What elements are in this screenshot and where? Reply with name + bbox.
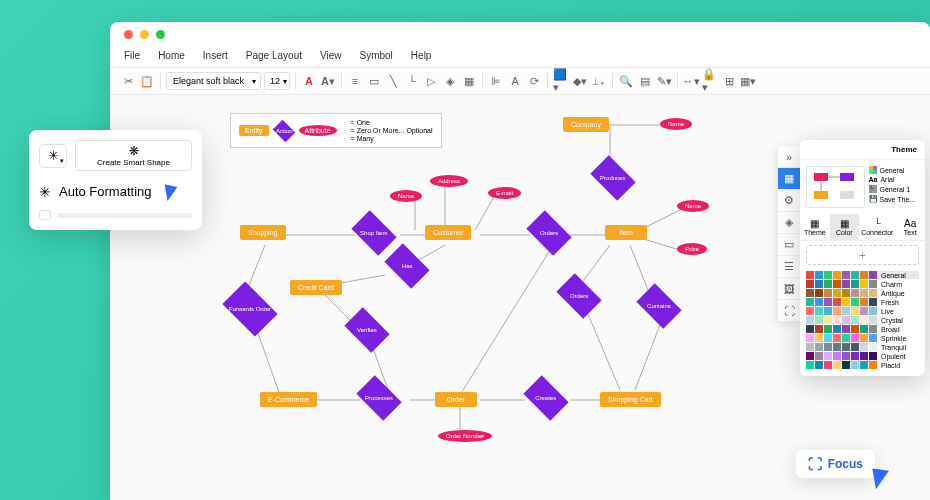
node-name-3[interactable]: Name [677,200,709,212]
minimize-window-button[interactable] [140,30,149,39]
node-shop-item[interactable]: Shop Item [351,210,396,255]
align-left-icon[interactable]: ⊫ [488,73,504,89]
tab-color[interactable]: ▦Color [830,214,860,240]
node-orders-1[interactable]: Orders [526,210,571,255]
spark-button[interactable]: ✳ [39,144,67,168]
shape-fill-icon[interactable]: ◆▾ [572,73,588,89]
node-order-number[interactable]: Order Number [438,430,492,442]
menu-insert[interactable]: Insert [203,50,228,61]
maximize-window-button[interactable] [156,30,165,39]
node-shopping-cart[interactable]: Shopping Cart [600,392,661,407]
theme-option-general[interactable]: General [869,166,920,174]
menu-home[interactable]: Home [158,50,185,61]
fill-icon[interactable]: 🟦▾ [553,73,569,89]
node-forwards[interactable]: Forwards Order [222,281,277,336]
node-shopping[interactable]: Shopping [240,225,286,240]
crop-icon[interactable]: ⟂▾ [591,73,607,89]
svg-line-25 [630,245,650,295]
auto-formatting-slider[interactable] [39,210,192,220]
palette-crystal[interactable]: Crystal [806,316,919,324]
node-address[interactable]: Address [430,175,468,187]
node-order[interactable]: Order [435,392,477,407]
align-icon[interactable]: ≡ [347,73,363,89]
layers-side-icon[interactable]: ◈ [778,212,800,234]
node-customer[interactable]: Customer [425,225,471,240]
node-name-1[interactable]: Name [660,118,692,130]
palette-live[interactable]: Live [806,307,919,315]
paste-icon[interactable]: 📋 [139,73,155,89]
line-tool-icon[interactable]: ╲ [385,73,401,89]
font-size-select[interactable]: 12 [264,72,290,90]
node-ecommerce[interactable]: E-Commerce [260,392,317,407]
node-processes[interactable]: Processes [356,375,401,420]
node-credit-card[interactable]: Credit Card [290,280,342,295]
legend-attribute: Attribute [299,125,337,136]
lock-icon[interactable]: 🔒▾ [702,73,718,89]
menu-page-layout[interactable]: Page Layout [246,50,302,61]
theme-option-general1[interactable]: └General 1 [869,185,920,193]
tab-text[interactable]: AaText [895,214,925,240]
add-theme-button[interactable]: + [806,245,919,265]
text-a-icon[interactable]: A [507,73,523,89]
node-name-2[interactable]: Name [390,190,422,202]
palette-antique[interactable]: Antique [806,289,919,297]
focus-button[interactable]: ⛶ Focus [796,450,875,478]
arrow-select-icon[interactable]: ↔▾ [683,73,699,89]
node-has[interactable]: Has [384,243,429,288]
grid-tool-icon[interactable]: ▦ [778,168,800,190]
layers-icon[interactable]: ◈ [442,73,458,89]
font-color-icon[interactable]: A [301,73,317,89]
node-orders-2[interactable]: Orders [556,273,601,318]
create-smart-shape-button[interactable]: ❋ Create Smart Shape [75,140,192,171]
page-icon[interactable]: ▭ [778,234,800,256]
palette-fresh[interactable]: Fresh [806,298,919,306]
palette-general[interactable]: General [806,271,919,279]
node-contains[interactable]: Contains [636,283,681,328]
palette-sprinkle[interactable]: Sprinkle [806,334,919,342]
theme-option-arial[interactable]: AaArial [869,176,920,183]
slider-knob[interactable] [39,210,51,220]
tab-connector[interactable]: └Connector [859,214,895,240]
menu-help[interactable]: Help [411,50,432,61]
tab-theme[interactable]: ▦Theme [800,214,830,240]
pen-icon[interactable]: ✎▾ [656,73,672,89]
legend: Entity Action Attribute = One = Zero Or … [230,113,442,148]
node-price[interactable]: Price [677,243,707,255]
font-family-select[interactable]: Elegant soft black [166,72,261,90]
node-verifies[interactable]: Verifies [344,307,389,352]
node-creates[interactable]: Creates [523,375,568,420]
menu-symbol[interactable]: Symbol [360,50,393,61]
theme-option-save[interactable]: 💾Save The... [869,195,920,203]
gear-icon[interactable]: ⚙ [778,190,800,212]
theme-preview-box[interactable] [806,166,865,208]
pointer-tool-icon[interactable]: ▷ [423,73,439,89]
node-email[interactable]: E-mail [488,187,521,199]
rect-tool-icon[interactable]: ▭ [366,73,382,89]
node-produces[interactable]: Produces [590,155,635,200]
legend-zero-more: = Zero Or More... Optional [351,127,433,134]
arrange-icon[interactable]: ▦▾ [740,73,756,89]
table-icon[interactable]: ▤ [637,73,653,89]
list-icon[interactable]: ☰ [778,256,800,278]
palette-broad[interactable]: Broad [806,325,919,333]
auto-formatting-button[interactable]: ✳ Auto Formatting [39,183,192,200]
search-icon[interactable]: 🔍 [618,73,634,89]
expand-view-icon[interactable]: ⛶ [778,300,800,322]
grid-view-icon[interactable]: ⊞ [721,73,737,89]
grid-icon[interactable]: ▦ [461,73,477,89]
text-icon[interactable]: A▾ [320,73,336,89]
image-icon[interactable]: 🖼 [778,278,800,300]
node-company[interactable]: Company [563,117,609,132]
menu-view[interactable]: View [320,50,342,61]
font-effect-icon[interactable]: ⟳ [526,73,542,89]
connector-tool-icon[interactable]: └ [404,73,420,89]
palette-tranquil[interactable]: Tranquil [806,343,919,351]
close-window-button[interactable] [124,30,133,39]
palette-placid[interactable]: Placid [806,361,919,369]
palette-opulent[interactable]: Opulent [806,352,919,360]
cut-icon[interactable]: ✂ [120,73,136,89]
menu-file[interactable]: File [124,50,140,61]
palette-charm[interactable]: Charm [806,280,919,288]
node-item[interactable]: Item [605,225,647,240]
expand-icon[interactable]: » [778,146,800,168]
